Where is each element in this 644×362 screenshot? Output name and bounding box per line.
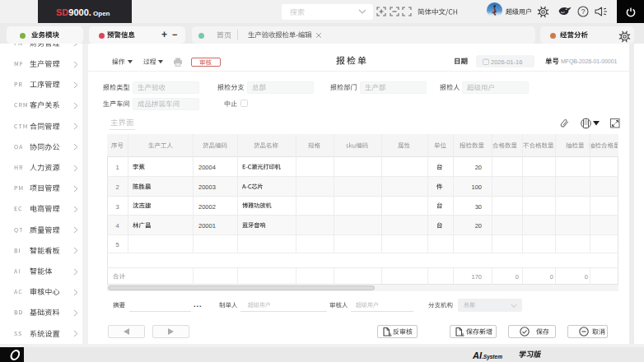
svg-text:?: ? — [581, 7, 586, 16]
